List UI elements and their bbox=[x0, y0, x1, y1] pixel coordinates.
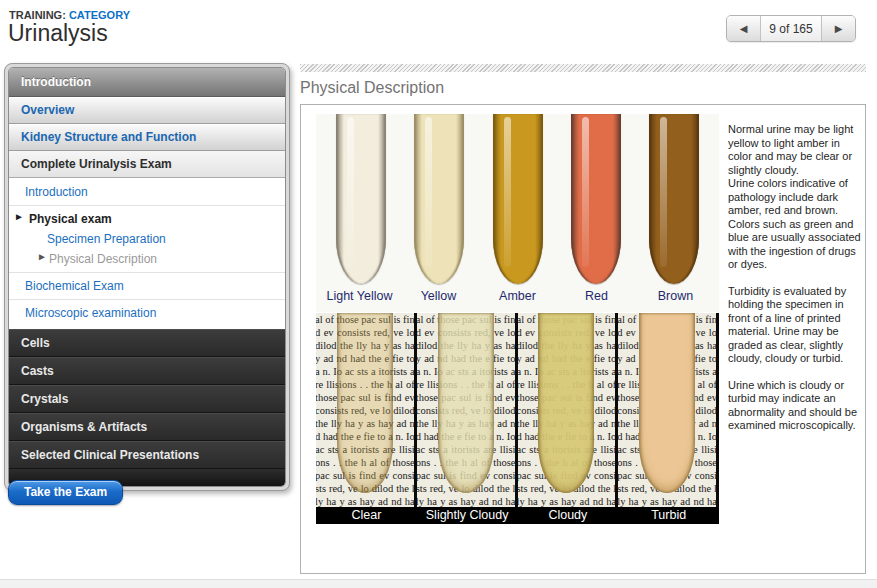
glass-highlight bbox=[504, 117, 511, 267]
urine-turbidity-chart-image: al of those pac sul is find ev consists … bbox=[316, 313, 719, 524]
paragraph-normal-color: Normal urine may be light yellow to ligh… bbox=[728, 123, 861, 177]
urine-color-chart-image: Light YellowYellowAmberRedBrown bbox=[316, 114, 719, 312]
footer-strip bbox=[0, 579, 877, 588]
subitem-physical-exam-label: Physical exam bbox=[29, 212, 112, 226]
test-tube-cloudy bbox=[538, 313, 594, 493]
paragraph-cloudy-abnormality: Urine which is cloudy or turbid may indi… bbox=[728, 379, 861, 433]
turbidity-label: Cloudy bbox=[518, 507, 619, 524]
prev-arrow-icon: ◀ bbox=[740, 23, 748, 34]
tube-label: Light Yellow bbox=[320, 289, 399, 309]
exam-subsection-list: Introduction ► Physical exam Specimen Pr… bbox=[9, 178, 285, 329]
subitem-specimen-preparation[interactable]: Specimen Preparation bbox=[9, 229, 285, 249]
test-tube-clear bbox=[337, 313, 393, 493]
turbidity-panel-slightly-cloudy: al of those pac sul is find ev consists … bbox=[417, 313, 518, 524]
sidebar-item-organisms-artifacts[interactable]: Organisms & Artifacts bbox=[9, 413, 285, 441]
lesson-text: Normal urine may be light yellow to ligh… bbox=[728, 123, 861, 433]
paragraph-turbidity-grading: Turbidity is evaluated by holding the sp… bbox=[728, 285, 861, 366]
hatched-divider bbox=[300, 64, 866, 72]
paragraph-pathology-colors: Urine colors indicative of pathology inc… bbox=[728, 177, 861, 272]
subitem-microscopic-examination[interactable]: Microscopic examination bbox=[9, 303, 285, 323]
triangle-right-icon: ► bbox=[37, 251, 47, 262]
sidebar-item-cells[interactable]: Cells bbox=[9, 329, 285, 357]
subitem-physical-description-label: Physical Description bbox=[49, 252, 157, 266]
subitem-physical-description-current[interactable]: ► Physical Description bbox=[9, 249, 285, 273]
tube-label: Amber bbox=[478, 289, 557, 309]
glass-highlight bbox=[347, 117, 354, 267]
glass-highlight bbox=[582, 117, 589, 267]
turbidity-label: Clear bbox=[316, 507, 417, 524]
tube-label: Red bbox=[557, 289, 636, 309]
sidebar-item-overview[interactable]: Overview bbox=[9, 97, 285, 124]
test-tube-brown bbox=[649, 114, 699, 284]
turbidity-panel-clear: al of those pac sul is find ev consists … bbox=[316, 313, 417, 524]
sidebar-item-crystals[interactable]: Crystals bbox=[9, 385, 285, 413]
sidebar-item-clinical-presentations[interactable]: Selected Clinical Presentations bbox=[9, 441, 285, 469]
color-tube-labels: Light YellowYellowAmberRedBrown bbox=[316, 289, 719, 309]
sidebar-item-complete-urinalysis-exam[interactable]: Complete Urinalysis Exam bbox=[9, 151, 285, 178]
next-page-button[interactable]: ▶ bbox=[822, 16, 855, 41]
subitem-biochemical-exam[interactable]: Biochemical Exam bbox=[9, 276, 285, 300]
take-exam-button[interactable]: Take the Exam bbox=[8, 480, 123, 505]
tube-label: Brown bbox=[636, 289, 715, 309]
triangle-right-icon: ► bbox=[14, 211, 24, 222]
subitem-physical-exam[interactable]: ► Physical exam bbox=[9, 209, 285, 229]
lesson-content-panel: Light YellowYellowAmberRedBrown al of th… bbox=[300, 104, 866, 574]
subitem-introduction[interactable]: Introduction bbox=[9, 182, 285, 206]
turbidity-label: Turbid bbox=[618, 507, 719, 524]
glass-highlight bbox=[425, 117, 432, 267]
section-heading: Physical Description bbox=[300, 79, 444, 97]
page-title: Urinalysis bbox=[8, 20, 108, 47]
test-tube-amber bbox=[493, 114, 543, 284]
sidebar-item-casts[interactable]: Casts bbox=[9, 357, 285, 385]
test-tube-turbid bbox=[639, 313, 695, 493]
page-counter: 9 of 165 bbox=[760, 16, 822, 41]
turbidity-label: Slightly Cloudy bbox=[417, 507, 518, 524]
prev-page-button[interactable]: ◀ bbox=[727, 16, 760, 41]
test-tube-slightly-cloudy bbox=[438, 313, 494, 493]
test-tube-light-yellow bbox=[336, 114, 386, 284]
app-window: TRAINING: CATEGORY Urinalysis ◀ 9 of 165… bbox=[0, 0, 877, 588]
glass-highlight bbox=[660, 117, 667, 267]
turbidity-panel-turbid: al of those pac sul is find ev consists … bbox=[618, 313, 719, 524]
sidebar-item-introduction-header[interactable]: Introduction bbox=[9, 68, 285, 97]
turbidity-panel-cloudy: al of those pac sul is find ev consists … bbox=[518, 313, 619, 524]
turbidity-labels-bar: ClearSlightly CloudyCloudyTurbid bbox=[316, 507, 719, 524]
sidebar-item-kidney-structure[interactable]: Kidney Structure and Function bbox=[9, 124, 285, 151]
page-navigator: ◀ 9 of 165 ▶ bbox=[726, 15, 856, 42]
next-arrow-icon: ▶ bbox=[835, 23, 843, 34]
tube-label: Yellow bbox=[399, 289, 478, 309]
test-tube-yellow bbox=[414, 114, 464, 284]
course-navigation-sidebar: Introduction Overview Kidney Structure a… bbox=[4, 63, 290, 491]
test-tube-red bbox=[571, 114, 621, 284]
accordion: Introduction Overview Kidney Structure a… bbox=[8, 67, 286, 487]
color-tube-row bbox=[316, 114, 719, 284]
